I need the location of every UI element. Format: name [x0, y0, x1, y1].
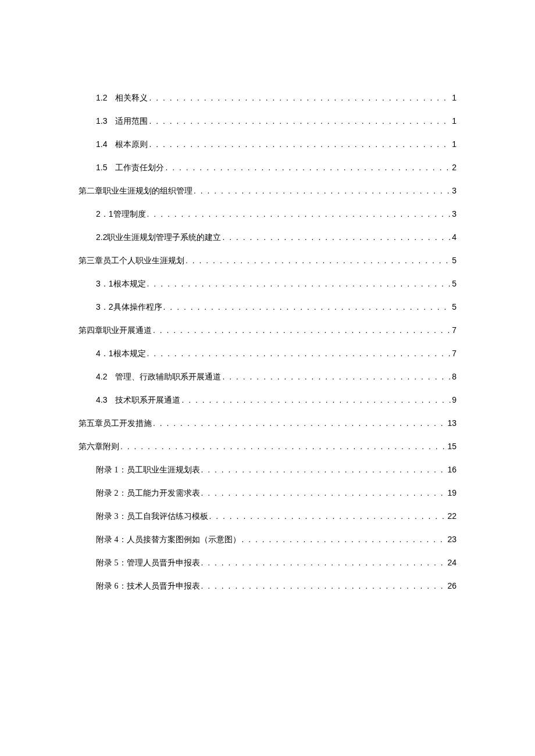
toc-entry-title: 根本原则 [115, 139, 148, 150]
toc-entry-page: 5 [452, 279, 456, 288]
toc-entry: 3．2 具体操作程序. . . . . . . . . . . . . . . … [79, 302, 456, 313]
toc-entry: 2.2 职业生涯规划管理子系统的建立. . . . . . . . . . . … [79, 232, 456, 243]
toc-entry-number: 2.2 [96, 232, 107, 242]
toc-entry-title: 附录 4：人员接替方案图例如（示意图） [96, 535, 241, 545]
table-of-contents: 1.2相关释义. . . . . . . . . . . . . . . . .… [79, 93, 456, 592]
toc-entry-leader: . . . . . . . . . . . . . . . . . . . . … [165, 163, 451, 172]
toc-entry-page: 13 [447, 418, 456, 428]
toc-entry: 第三章员工个人职业生涯规划. . . . . . . . . . . . . .… [79, 256, 456, 266]
toc-entry-leader: . . . . . . . . . . . . . . . . . . . . … [147, 209, 451, 218]
toc-entry-leader: . . . . . . . . . . . . . . . . . . . . … [147, 349, 451, 358]
toc-entry: 2．1 管理制度. . . . . . . . . . . . . . . . … [79, 209, 456, 220]
toc-entry-number: 4.3 [96, 395, 107, 404]
toc-entry-page: 3 [452, 209, 456, 218]
toc-entry: 第六章附则. . . . . . . . . . . . . . . . . .… [79, 442, 456, 452]
toc-entry-title: 附录 5：管理人员晋升申报表 [96, 558, 200, 568]
toc-entry: 第五章员工开发措施. . . . . . . . . . . . . . . .… [79, 418, 456, 429]
toc-entry-leader: . . . . . . . . . . . . . . . . . . . . … [163, 302, 451, 311]
toc-entry: 附录 3：员工自我评估练习模板 . . . . . . . . . . . . … [79, 511, 456, 522]
toc-entry-title: 第三章员工个人职业生涯规划 [79, 256, 184, 266]
toc-entry-leader: . . . . . . . . . . . . . . . . . . . . … [149, 116, 451, 126]
toc-entry-page: 1 [452, 139, 456, 149]
toc-entry-page: 9 [452, 395, 456, 404]
toc-entry-title: 根本规定 [113, 279, 146, 289]
toc-entry-leader: . . . . . . . . . . . . . . . . . . . . … [153, 418, 446, 428]
toc-entry-title: 第二章职业生涯规划的组织管理 [79, 186, 192, 196]
toc-entry-leader: . . . . . . . . . . . . . . . . . . . . … [194, 186, 451, 195]
toc-entry-leader: . . . . . . . . . . . . . . . . . . . . … [149, 93, 451, 102]
toc-entry-page: 4 [452, 232, 456, 242]
toc-entry-title: 工作责任划分 [115, 163, 164, 173]
toc-entry: 4.2管理、行政辅助职系开展通道. . . . . . . . . . . . … [79, 372, 456, 382]
toc-entry: 4.3技术职系开展通道. . . . . . . . . . . . . . .… [79, 395, 456, 406]
toc-entry-page: 3 [452, 186, 456, 195]
toc-entry-number: 2．1 [96, 209, 113, 220]
toc-entry-page: 23 [447, 535, 456, 544]
toc-entry-page: 24 [447, 558, 456, 567]
toc-entry-title: 职业生涯规划管理子系统的建立 [107, 232, 221, 243]
toc-entry-number: 1.4 [96, 139, 107, 149]
toc-entry-page: 5 [452, 302, 456, 311]
toc-entry-page: 7 [452, 325, 456, 335]
toc-entry: 附录 1：员工职业生涯规划表 . . . . . . . . . . . . .… [79, 465, 456, 475]
toc-entry-page: 15 [447, 442, 456, 451]
toc-entry: 4．1 根本规定. . . . . . . . . . . . . . . . … [79, 349, 456, 359]
toc-entry-leader: . . . . . . . . . . . . . . . . . . . . … [147, 279, 451, 288]
toc-entry-leader: . . . . . . . . . . . . . . . . . . . . … [222, 372, 451, 381]
toc-entry: 附录 6：技术人员晋升申报表 . . . . . . . . . . . . .… [79, 581, 456, 592]
toc-entry: 3．1 根本规定. . . . . . . . . . . . . . . . … [79, 279, 456, 289]
toc-entry-title: 相关释义 [115, 93, 148, 103]
toc-entry-title: 管理、行政辅助职系开展通道 [115, 372, 221, 382]
toc-entry-number: 3．2 [96, 302, 113, 313]
toc-entry: 1.3适用范围. . . . . . . . . . . . . . . . .… [79, 116, 456, 127]
toc-entry-number: 1.2 [96, 93, 107, 102]
toc-entry-title: 附录 1：员工职业生涯规划表 [96, 465, 200, 475]
toc-entry-leader: . . . . . . . . . . . . . . . . . . . . … [201, 558, 447, 567]
toc-entry-leader: . . . . . . . . . . . . . . . . . . . . … [120, 442, 446, 451]
toc-entry-title: 适用范围 [115, 116, 148, 127]
toc-entry-leader: . . . . . . . . . . . . . . . . . . . . … [209, 511, 447, 521]
toc-entry-title: 技术职系开展通道 [115, 395, 180, 406]
toc-entry-page: 26 [447, 581, 456, 590]
toc-entry-title: 第六章附则 [79, 442, 119, 452]
toc-entry-leader: . . . . . . . . . . . . . . . . . . . . … [181, 395, 451, 404]
toc-entry-leader: . . . . . . . . . . . . . . . . . . . . … [201, 581, 447, 590]
toc-entry-leader: . . . . . . . . . . . . . . . . . . . . … [222, 232, 451, 242]
toc-entry-title: 附录 6：技术人员晋升申报表 [96, 581, 200, 592]
toc-entry-title: 根本规定 [113, 349, 146, 359]
toc-entry-page: 8 [452, 372, 456, 381]
toc-entry-title: 具体操作程序 [113, 302, 162, 313]
toc-entry: 附录 5：管理人员晋升申报表 . . . . . . . . . . . . .… [79, 558, 456, 568]
toc-entry-page: 1 [452, 116, 456, 126]
toc-entry-title: 附录 3：员工自我评估练习模板 [96, 511, 208, 522]
toc-entry: 附录 2：员工能力开发需求表 . . . . . . . . . . . . .… [79, 488, 456, 499]
toc-entry: 第二章职业生涯规划的组织管理. . . . . . . . . . . . . … [79, 186, 456, 196]
toc-entry-page: 22 [447, 511, 456, 521]
toc-entry-page: 5 [452, 256, 456, 265]
toc-entry-number: 1.5 [96, 163, 107, 172]
toc-entry: 第四章职业开展通道. . . . . . . . . . . . . . . .… [79, 325, 456, 336]
toc-entry-leader: . . . . . . . . . . . . . . . . . . . . … [201, 465, 447, 474]
toc-entry-number: 3．1 [96, 279, 113, 289]
toc-entry-page: 2 [452, 163, 456, 172]
toc-entry-title: 第五章员工开发措施 [79, 418, 152, 429]
toc-entry-leader: . . . . . . . . . . . . . . . . . . . . … [201, 488, 447, 497]
toc-entry: 1.5工作责任划分. . . . . . . . . . . . . . . .… [79, 163, 456, 173]
toc-entry-title: 附录 2：员工能力开发需求表 [96, 488, 200, 499]
toc-entry-number: 4.2 [96, 372, 107, 381]
toc-entry: 附录 4：人员接替方案图例如（示意图） . . . . . . . . . . … [79, 535, 456, 545]
toc-entry-number: 4．1 [96, 349, 113, 359]
toc-entry-page: 7 [452, 349, 456, 358]
toc-entry-leader: . . . . . . . . . . . . . . . . . . . . … [186, 256, 451, 265]
toc-entry-leader: . . . . . . . . . . . . . . . . . . . . … [153, 325, 451, 335]
toc-entry: 1.2相关释义. . . . . . . . . . . . . . . . .… [79, 93, 456, 103]
toc-entry-leader: . . . . . . . . . . . . . . . . . . . . … [242, 535, 447, 544]
toc-entry-page: 1 [452, 93, 456, 102]
toc-entry-leader: . . . . . . . . . . . . . . . . . . . . … [149, 139, 451, 149]
toc-entry-title: 管理制度 [113, 209, 146, 220]
toc-entry-title: 第四章职业开展通道 [79, 325, 152, 336]
toc-entry: 1.4根本原则. . . . . . . . . . . . . . . . .… [79, 139, 456, 150]
toc-entry-page: 19 [447, 488, 456, 497]
toc-entry-page: 16 [447, 465, 456, 474]
toc-entry-number: 1.3 [96, 116, 107, 126]
